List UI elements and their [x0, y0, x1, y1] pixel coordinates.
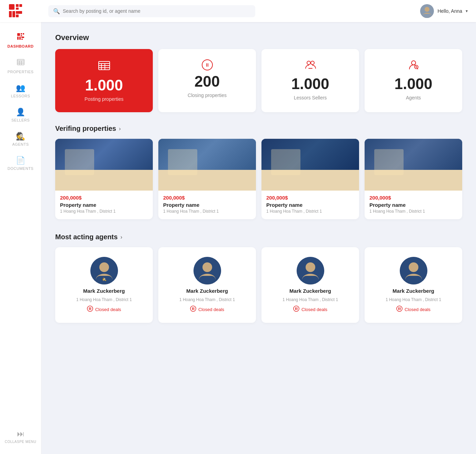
collapse-menu-button[interactable]: ⏭ COLLASPE MENU	[0, 426, 41, 447]
property-image-2	[261, 139, 359, 191]
svg-rect-2	[19, 4, 22, 7]
lessors-label: Lessors Sellers	[294, 95, 327, 100]
svg-text:🕵️: 🕵️	[102, 277, 107, 281]
agents-arrow-icon[interactable]: ›	[120, 234, 122, 240]
sellers-icon: 👤	[16, 108, 25, 117]
svg-point-56	[294, 306, 299, 311]
property-name-0: Property name	[60, 202, 148, 208]
sidebar-item-agents[interactable]: 🕵️ AGENTS	[0, 128, 41, 150]
property-name-3: Property name	[369, 202, 457, 208]
lessors-value: 1.000	[291, 76, 329, 91]
sidebar-item-sellers[interactable]: 👤 SELLERS	[0, 104, 41, 126]
overview-cards: 1.000 Posting properties ⏸ 200 Closing p…	[55, 49, 462, 112]
property-image-3	[365, 139, 462, 191]
svg-point-63	[397, 306, 402, 311]
svg-rect-5	[12, 11, 15, 17]
property-name-1: Property name	[163, 202, 251, 208]
posting-value: 1.000	[85, 78, 123, 93]
lessors-icon: 👥	[16, 84, 25, 93]
overview-card-lessors[interactable]: 1.000 Lessors Sellers	[261, 49, 359, 112]
closed-deals-label-0: Closed deals	[95, 307, 121, 312]
sidebar-item-lessors[interactable]: 👥 LESSORS	[0, 80, 41, 102]
svg-point-34	[411, 61, 416, 65]
svg-point-53	[306, 262, 315, 272]
sidebar-label-dashboard: DASHBOARD	[8, 44, 34, 48]
property-image-0	[55, 139, 153, 191]
agent-avatar-0: 🕵️	[90, 257, 118, 284]
property-card[interactable]: 200,000$ Property name 1 Hoang Hoa Tham …	[158, 139, 256, 219]
search-icon: 🔍	[53, 8, 60, 15]
user-area: Hello, Anna ▾	[420, 4, 468, 18]
closed-deals-button-3[interactable]: Closed deals	[396, 306, 430, 313]
property-price-2: 200,000$	[266, 195, 354, 201]
overview-card-closing[interactable]: ⏸ 200 Closing properties	[158, 49, 256, 112]
agent-card-1[interactable]: Mark Zuckerberg 1 Hoang Hoa Tham , Distr…	[158, 247, 256, 323]
svg-rect-51	[194, 307, 194, 310]
svg-point-42	[87, 306, 93, 311]
agent-card-2[interactable]: Mark Zuckerberg 1 Hoang Hoa Tham , Distr…	[261, 247, 359, 323]
closed-deals-button-1[interactable]: Closed deals	[190, 306, 224, 313]
agent-card-0[interactable]: 🕵️ Mark Zuckerberg 1 Hoang Hoa Tham , Di…	[55, 247, 153, 323]
svg-rect-50	[192, 307, 193, 310]
topnav: 🔍 Hello, Anna ▾	[0, 0, 476, 22]
sidebar-item-dashboard[interactable]: DASHBOARD	[0, 29, 41, 52]
property-card[interactable]: 200,000$ Property name 1 Hoang Hoa Tham …	[365, 139, 462, 219]
closed-deals-label-3: Closed deals	[405, 307, 430, 312]
property-card[interactable]: 200,000$ Property name 1 Hoang Hoa Tham …	[55, 139, 153, 219]
sidebar-label-properties: PROPERTIES	[8, 70, 34, 74]
svg-point-60	[409, 262, 418, 272]
agent-address-3: 1 Hoang Hoa Tham , District 1	[386, 297, 441, 302]
property-name-2: Property name	[266, 202, 354, 208]
property-address-1: 1 Hoang Hoa Tham , District 1	[163, 209, 251, 214]
svg-rect-16	[17, 37, 19, 40]
main-content: Overview 1.000 Posting properties	[41, 22, 476, 454]
svg-point-49	[190, 306, 196, 311]
sidebar-label-collapse: COLLASPE MENU	[5, 440, 37, 444]
agent-avatar-2	[297, 257, 324, 284]
overview-card-posting[interactable]: 1.000 Posting properties	[55, 49, 153, 112]
agent-name-2: Mark Zuckerberg	[289, 288, 331, 294]
property-image-1	[158, 139, 256, 191]
svg-rect-58	[297, 307, 297, 310]
property-address-3: 1 Hoang Hoa Tham , District 1	[369, 209, 457, 214]
agent-card-3[interactable]: Mark Zuckerberg 1 Hoang Hoa Tham , Distr…	[365, 247, 462, 323]
avatar	[420, 4, 434, 18]
logo[interactable]	[8, 3, 43, 19]
closed-deals-label-1: Closed deals	[198, 307, 224, 312]
svg-rect-19	[21, 39, 23, 40]
agent-name-1: Mark Zuckerberg	[186, 288, 228, 294]
posting-label: Posting properties	[85, 96, 123, 102]
verifying-arrow-icon[interactable]: ›	[119, 126, 121, 132]
closed-deals-label-2: Closed deals	[301, 307, 327, 312]
svg-rect-6	[16, 11, 22, 14]
svg-rect-0	[9, 4, 14, 10]
svg-rect-65	[400, 307, 400, 310]
sidebar-item-documents[interactable]: 📄 DOCUMENTS	[0, 153, 41, 174]
search-area[interactable]: 🔍	[48, 5, 255, 17]
svg-point-36	[416, 66, 417, 68]
svg-rect-57	[295, 307, 296, 310]
property-info-3: 200,000$ Property name 1 Hoang Hoa Tham …	[365, 191, 462, 219]
closed-deals-icon-0	[87, 306, 93, 313]
search-input[interactable]	[63, 8, 250, 14]
lessors-sellers-icon	[305, 59, 316, 73]
svg-rect-44	[90, 307, 91, 310]
sidebar-label-lessors: LESSORS	[11, 94, 30, 98]
sidebar-item-properties[interactable]: PROPERTIES	[0, 55, 41, 77]
agents-label: Agents	[406, 95, 421, 100]
closed-deals-icon-3	[396, 306, 403, 313]
closed-deals-button-0[interactable]: Closed deals	[87, 306, 121, 313]
svg-rect-7	[16, 15, 19, 17]
chevron-down-icon[interactable]: ▾	[466, 9, 468, 13]
closing-label: Closing properties	[188, 93, 227, 98]
property-price-3: 200,000$	[369, 195, 457, 201]
property-info-0: 200,000$ Property name 1 Hoang Hoa Tham …	[55, 191, 153, 219]
closed-deals-button-2[interactable]: Closed deals	[293, 306, 327, 313]
property-card[interactable]: 200,000$ Property name 1 Hoang Hoa Tham …	[261, 139, 359, 219]
svg-rect-48	[199, 276, 216, 284]
svg-point-46	[202, 262, 212, 272]
agent-avatar-3	[400, 257, 427, 284]
property-address-2: 1 Hoang Hoa Tham , District 1	[266, 209, 354, 214]
svg-rect-15	[21, 35, 22, 36]
overview-card-agents[interactable]: 1.000 Agents	[365, 49, 462, 112]
